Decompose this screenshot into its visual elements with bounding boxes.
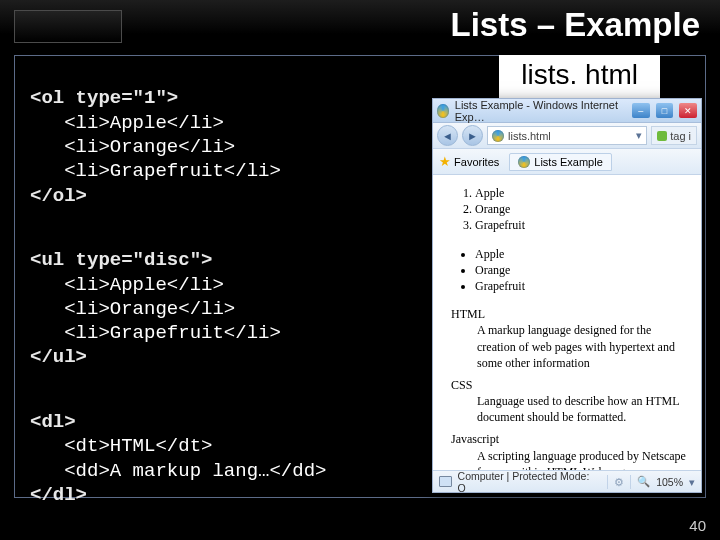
code-dl-open: <dl> [30,411,76,433]
code-line: <dt>HTML</dt> [30,435,212,457]
def-term: HTML [451,306,691,322]
list-item: Grapefruit [475,217,691,233]
status-bar: Computer | Protected Mode: O ⚙ 🔍 105% ▾ [433,470,701,492]
address-bar[interactable]: lists.html ▾ [487,126,647,145]
code-line: <li>Orange</li> [30,298,235,320]
page-content: Apple Orange Grapefruit Apple Orange Gra… [433,175,701,459]
back-button[interactable]: ◄ [437,125,458,146]
code-line: <li>Orange</li> [30,136,235,158]
browser-window: Lists Example - Windows Internet Exp… – … [432,98,702,493]
window-titlebar[interactable]: Lists Example - Windows Internet Exp… – … [433,99,701,123]
status-zone: Computer | Protected Mode: O [458,470,596,494]
tag-button[interactable]: tag i [651,126,697,145]
code-ul-open: <ul type="disc"> [30,249,212,271]
ie-icon [437,104,449,118]
list-item: Orange [475,201,691,217]
page-icon [492,130,504,142]
ordered-list: Apple Orange Grapefruit [475,185,691,234]
code-ol-open: <ol type="1"> [30,87,178,109]
def-desc: Language used to describe how an HTML do… [477,393,691,425]
tag-label: tag i [670,130,691,142]
list-item: Orange [475,262,691,278]
def-term: Javascript [451,431,691,447]
tab-label: Lists Example [534,156,602,168]
definition-list: HTML A markup language designed for the … [451,306,691,480]
code-line: <dd>A markup lang…</dd> [30,460,326,482]
tab-icon [518,156,530,168]
favorites-bar: ★ Favorites Lists Example [433,149,701,175]
list-item: Grapefruit [475,278,691,294]
code-line: <li>Apple</li> [30,112,224,134]
code-line: <li>Grapefruit</li> [30,160,281,182]
code-ol-close: </ol> [30,185,87,207]
slide-number: 40 [689,517,706,534]
def-term: CSS [451,377,691,393]
unordered-list: Apple Orange Grapefruit [475,246,691,295]
close-button[interactable]: ✕ [679,103,697,118]
chevron-down-icon[interactable]: ▾ [689,476,695,488]
favorites-label: Favorites [454,156,499,168]
zoom-level[interactable]: 105% [656,476,683,488]
computer-icon [439,476,452,487]
favorites-button[interactable]: ★ Favorites [439,154,499,169]
list-item: Apple [475,246,691,262]
def-desc: A markup language designed for the creat… [477,322,691,371]
filename-label: lists. html [499,55,660,99]
logo-box [14,10,122,43]
tag-icon [657,131,667,141]
code-dl-close: </dl> [30,484,87,506]
nav-toolbar: ◄ ► lists.html ▾ tag i [433,123,701,149]
slide-title: Lists – Example [451,6,700,44]
code-line: <li>Grapefruit</li> [30,322,281,344]
maximize-button[interactable]: □ [656,103,674,118]
address-text: lists.html [508,130,551,142]
window-title: Lists Example - Windows Internet Exp… [455,99,620,123]
chevron-down-icon[interactable]: ▾ [636,129,642,142]
zoom-icon[interactable]: 🔍 [637,475,650,488]
code-ul-close: </ul> [30,346,87,368]
code-line: <li>Apple</li> [30,274,224,296]
code-listing: <ol type="1"> <li>Apple</li> <li>Orange<… [30,62,410,540]
security-icon[interactable]: ⚙ [614,476,624,488]
star-icon: ★ [439,154,451,169]
forward-button[interactable]: ► [462,125,483,146]
list-item: Apple [475,185,691,201]
minimize-button[interactable]: – [632,103,650,118]
tab-lists-example[interactable]: Lists Example [509,153,611,171]
